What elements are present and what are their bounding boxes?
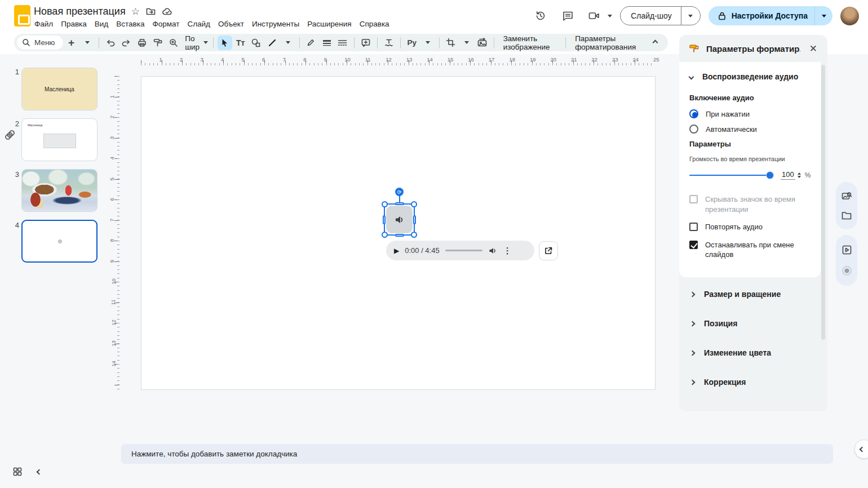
animate-button[interactable]	[382, 36, 396, 50]
slide-2-title: Масленица	[28, 123, 42, 127]
resize-handle-n[interactable]	[395, 202, 404, 205]
line-dash-button[interactable]	[335, 36, 350, 50]
menu-help[interactable]: Справка	[356, 18, 393, 30]
volume-value-field[interactable]: 100	[781, 170, 795, 180]
replace-image-icon-button[interactable]	[475, 36, 490, 50]
section-size-rotation[interactable]: Размер и вращение	[679, 280, 821, 309]
section-adjustments[interactable]: Коррекция	[679, 367, 821, 397]
radio-unselected-icon	[689, 125, 698, 134]
slideshow-dropdown[interactable]	[681, 7, 700, 25]
toolbar-divider	[565, 37, 566, 48]
fit-zoom-select[interactable]: По шир	[182, 36, 209, 50]
open-in-new-button[interactable]	[539, 241, 558, 260]
select-tool-button[interactable]	[218, 36, 232, 50]
resize-handle-ne[interactable]	[411, 201, 417, 207]
player-progress-bar[interactable]	[445, 250, 482, 251]
record-icon[interactable]	[842, 265, 852, 276]
resize-handle-s[interactable]	[395, 234, 404, 237]
collapse-toolbar-button[interactable]	[648, 36, 662, 50]
print-button[interactable]	[135, 36, 149, 50]
textbox-tool-button[interactable]: Тт	[233, 36, 248, 50]
resize-handle-w[interactable]	[383, 215, 386, 224]
resize-handle-e[interactable]	[413, 215, 416, 224]
slide-thumbnail-2[interactable]: Масленица	[21, 118, 98, 161]
checkbox-checked-icon	[689, 241, 698, 249]
section-position[interactable]: Позиция	[679, 309, 821, 338]
volume-icon[interactable]	[488, 246, 498, 255]
line-tool-button[interactable]	[265, 36, 280, 50]
collapse-filmstrip-chevron[interactable]	[37, 469, 42, 474]
input-tools-button[interactable]: Ру	[405, 36, 419, 50]
resize-handle-nw[interactable]	[382, 201, 388, 207]
checkbox-stop-label: Останавливать при смене слайдов	[705, 240, 801, 260]
menu-extensions[interactable]: Расширения	[303, 18, 356, 30]
cloud-status-icon[interactable]	[162, 6, 173, 17]
radio-automatic[interactable]: Автоматически	[689, 125, 811, 134]
selection-box[interactable]: ⟳	[384, 203, 415, 236]
move-folder-icon[interactable]	[145, 6, 156, 17]
account-avatar[interactable]	[840, 7, 859, 25]
checkbox-loop-row[interactable]: Повторять аудио	[689, 222, 811, 232]
grid-view-icon[interactable]	[12, 467, 23, 477]
player-more-menu[interactable]: ⋮	[503, 246, 512, 256]
play-button[interactable]: ▶	[394, 247, 399, 255]
paint-format-button[interactable]	[150, 36, 165, 50]
input-tools-dropdown[interactable]	[420, 36, 435, 50]
meet-camera-icon[interactable]	[585, 6, 604, 25]
redo-button[interactable]	[119, 36, 134, 50]
slide-canvas[interactable]: ⟳ ▶ 0:00 / 4:45 ⋮	[141, 76, 656, 390]
player-time: 0:00 / 4:45	[405, 246, 439, 255]
menu-file[interactable]: Файл	[30, 18, 57, 30]
version-history-icon[interactable]	[531, 6, 550, 25]
menu-insert[interactable]: Вставка	[112, 18, 148, 30]
mask-image-dropdown[interactable]	[459, 36, 474, 50]
menu-edit[interactable]: Правка	[57, 18, 91, 30]
slide-thumbnail-1[interactable]: Масленица	[21, 68, 98, 110]
meet-dropdown-caret[interactable]	[608, 15, 612, 17]
section-recolor[interactable]: Изменение цвета	[679, 338, 821, 367]
replace-image-button[interactable]: Заменить изображение	[498, 34, 561, 51]
checkbox-stop-row[interactable]: Останавливать при смене слайдов	[689, 240, 811, 260]
menu-arrange[interactable]: Объект	[214, 18, 248, 30]
slideshow-button[interactable]: Слайд-шоу	[621, 7, 681, 25]
volume-stepper[interactable]	[798, 172, 801, 178]
radio-on-click[interactable]: При нажатии	[689, 109, 811, 118]
new-slide-button[interactable]: +	[64, 36, 79, 50]
format-options-button[interactable]: Параметры форматирования	[570, 34, 646, 51]
menu-tools[interactable]: Инструменты	[248, 18, 303, 30]
toolbar-search-menu[interactable]: Меню	[17, 36, 63, 50]
volume-slider[interactable]	[689, 171, 773, 179]
toolbar-divider	[439, 37, 440, 48]
shape-tool-button[interactable]	[249, 36, 264, 50]
share-button[interactable]: Настройки Доступа	[708, 6, 814, 25]
resize-handle-se[interactable]	[411, 232, 417, 238]
image-search-icon[interactable]	[841, 191, 852, 202]
crop-button[interactable]	[444, 36, 458, 50]
close-panel-button[interactable]: ✕	[807, 41, 820, 57]
doc-title[interactable]: Новая презентация	[34, 6, 126, 17]
panel-scrollbar[interactable]	[821, 65, 825, 340]
menu-view[interactable]: Вид	[91, 18, 112, 30]
menu-slide[interactable]: Слайд	[183, 18, 214, 30]
undo-button[interactable]	[103, 36, 118, 50]
slider-thumb[interactable]	[766, 171, 774, 179]
video-play-icon[interactable]	[842, 245, 852, 255]
add-comment-button[interactable]	[358, 36, 373, 50]
menu-format[interactable]: Формат	[148, 18, 183, 30]
resize-handle-sw[interactable]	[382, 232, 388, 238]
speaker-notes[interactable]: Нажмите, чтобы добавить заметки докладчи…	[121, 444, 833, 464]
scribble-pen-button[interactable]	[304, 36, 318, 50]
comments-icon[interactable]	[558, 6, 577, 25]
share-dropdown[interactable]	[814, 6, 832, 25]
line-weight-button[interactable]	[320, 36, 334, 50]
zoom-button[interactable]	[166, 36, 181, 50]
new-slide-dropdown[interactable]	[80, 36, 95, 50]
audio-playback-section-header[interactable]: Воспроизведение аудио	[689, 72, 811, 81]
slides-logo[interactable]	[14, 5, 30, 26]
line-tool-dropdown[interactable]	[281, 36, 295, 50]
rotation-handle[interactable]: ⟳	[395, 188, 404, 196]
slide-thumbnail-3[interactable]	[21, 169, 98, 212]
folder-icon[interactable]	[841, 211, 852, 220]
slide-thumbnail-4-selected[interactable]	[21, 220, 98, 263]
star-icon[interactable]: ☆	[131, 7, 140, 16]
